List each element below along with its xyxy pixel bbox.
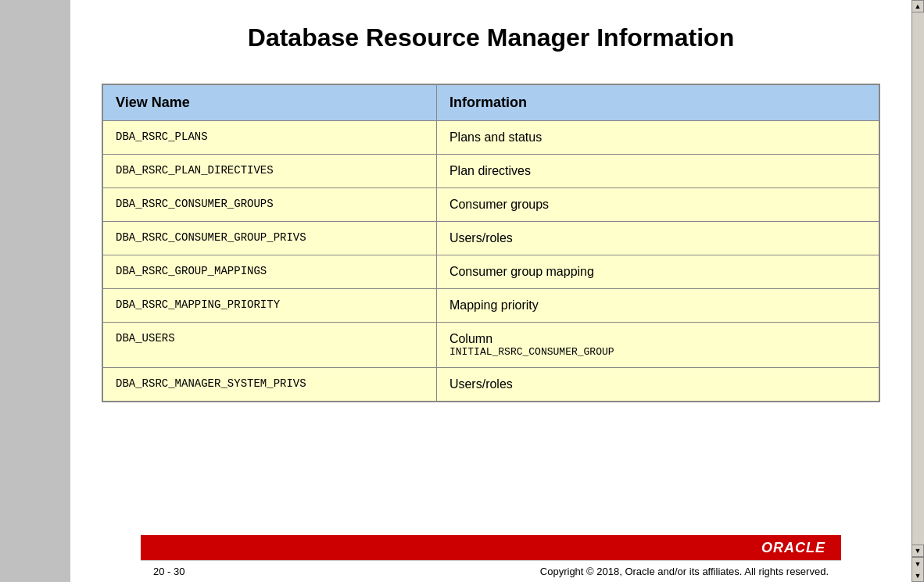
scrollbar-up-button[interactable]: ▲ — [911, 0, 924, 12]
info-cell: Plan directives — [436, 155, 879, 188]
main-table: View Name Information DBA_RSRC_PLANSPlan… — [102, 84, 880, 402]
content-area: Database Resource Manager Information Vi… — [70, 0, 911, 535]
info-cell: ColumnINITIAL_RSRC_CONSUMER_GROUP — [436, 323, 879, 368]
view-name-cell: DBA_RSRC_CONSUMER_GROUP_PRIVS — [102, 222, 436, 255]
up-arrow-icon: ▲ — [915, 2, 922, 10]
copyright-text: Copyright © 2018, Oracle and/or its affi… — [540, 566, 829, 577]
info-text: Column — [449, 332, 492, 345]
table-row: DBA_RSRC_PLANSPlans and status — [102, 121, 879, 155]
view-name-cell: DBA_RSRC_MAPPING_PRIORITY — [102, 289, 436, 323]
table-row: DBA_RSRC_CONSUMER_GROUPSConsumer groups — [102, 188, 879, 222]
scrollbar-down-button[interactable]: ▼ — [911, 545, 924, 557]
table-row: DBA_RSRC_PLAN_DIRECTIVESPlan directives — [102, 155, 879, 188]
center-panel: Database Resource Manager Information Vi… — [70, 0, 911, 582]
info-cell: Plans and status — [436, 121, 879, 155]
table-row: DBA_RSRC_MANAGER_SYSTEM_PRIVSUsers/roles — [102, 368, 879, 402]
info-cell: Mapping priority — [436, 289, 879, 323]
col-header-view-name: View Name — [102, 84, 436, 121]
view-name-cell: DBA_RSRC_PLAN_DIRECTIVES — [102, 155, 436, 188]
view-name-cell: DBA_RSRC_GROUP_MAPPINGS — [102, 255, 436, 289]
info-cell: Consumer groups — [436, 188, 879, 222]
left-gutter — [0, 0, 70, 582]
table-row: DBA_USERSColumnINITIAL_RSRC_CONSUMER_GRO… — [102, 323, 879, 368]
view-name-cell: DBA_RSRC_CONSUMER_GROUPS — [102, 188, 436, 222]
view-name-cell: DBA_USERS — [102, 323, 436, 368]
table-row: DBA_RSRC_GROUP_MAPPINGSConsumer group ma… — [102, 255, 879, 289]
page-title: Database Resource Manager Information — [248, 23, 734, 52]
table-header-row: View Name Information — [102, 84, 879, 121]
info-cell: Users/roles — [436, 222, 879, 255]
page-number: 20 - 30 — [153, 566, 184, 577]
down-arrow-icon-2: ▼ — [915, 560, 922, 568]
down-arrow-icon: ▼ — [915, 547, 922, 555]
view-name-cell: DBA_RSRC_MANAGER_SYSTEM_PRIVS — [102, 368, 436, 402]
table-row: DBA_RSRC_CONSUMER_GROUP_PRIVSUsers/roles — [102, 222, 879, 255]
col-header-information: Information — [436, 84, 879, 121]
footer-bar: ORACLE — [141, 535, 841, 560]
view-name-cell: DBA_RSRC_PLANS — [102, 121, 436, 155]
scrollbar-track: ▲ ▼ ▼ ▼ — [911, 0, 924, 582]
footer-bottom: 20 - 30 Copyright © 2018, Oracle and/or … — [141, 560, 841, 582]
table-row: DBA_RSRC_MAPPING_PRIORITYMapping priorit… — [102, 289, 879, 323]
info-sub-text: INITIAL_RSRC_CONSUMER_GROUP — [449, 346, 866, 358]
info-cell: Users/roles — [436, 368, 879, 402]
scrollbar-bottom-buttons[interactable]: ▼ ▼ — [911, 557, 924, 582]
info-cell: Consumer group mapping — [436, 255, 879, 289]
page-wrapper: Database Resource Manager Information Vi… — [0, 0, 924, 582]
oracle-logo: ORACLE — [761, 540, 826, 556]
down-arrow-icon-3: ▼ — [915, 572, 922, 580]
